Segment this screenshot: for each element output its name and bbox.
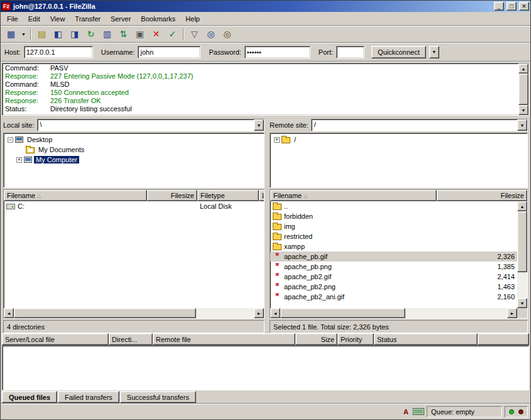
remote-file-row-selected[interactable]: *apache_pb.gif2,326	[270, 251, 517, 262]
column-size[interactable]: Size	[295, 333, 337, 345]
scroll-thumb[interactable]	[280, 308, 405, 318]
scroll-thumb[interactable]	[14, 308, 196, 318]
menu-help[interactable]: Help	[180, 13, 205, 25]
scroll-track[interactable]	[518, 74, 528, 105]
collapse-icon[interactable]: −	[8, 137, 13, 143]
scroll-thumb[interactable]	[517, 211, 527, 272]
toggle-remote-tree-button[interactable]: ◨	[67, 27, 82, 41]
log-scrollbar[interactable]: ▲ ▼	[518, 64, 528, 115]
tree-item-my-documents[interactable]: My Documents	[5, 145, 263, 155]
menu-transfer[interactable]: Transfer	[70, 13, 106, 25]
remote-file-row[interactable]: *apache_pb.png1,385	[270, 262, 517, 272]
tree-label-selected[interactable]: My Computer	[34, 156, 79, 163]
remote-directory-tree[interactable]: + /	[270, 133, 528, 188]
menu-file[interactable]: File	[2, 13, 23, 25]
scroll-up-button[interactable]: ▲	[517, 201, 527, 211]
scroll-track[interactable]	[517, 211, 527, 298]
remote-file-list: Filename△ Filesize .. forbidden img rest…	[270, 189, 528, 319]
tree-item-root[interactable]: + /	[271, 135, 526, 145]
remote-file-row[interactable]: forbidden	[270, 211, 517, 221]
remote-file-row[interactable]: *apache_pb2.png1,463	[270, 282, 517, 292]
local-file-row[interactable]: C: Local Disk	[4, 201, 264, 211]
local-directory-tree[interactable]: − Desktop My Documents + My Computer	[3, 133, 265, 188]
remote-rows: .. forbidden img restricted xampp *apach…	[270, 201, 517, 308]
remote-site-combo[interactable]: / ▼	[311, 119, 528, 131]
remote-file-row[interactable]: *apache_pb2.gif2,414	[270, 272, 517, 282]
queue-body[interactable]	[2, 345, 529, 390]
column-filesize[interactable]: Filesize	[437, 190, 527, 201]
column-last-modified[interactable]: L	[259, 190, 264, 201]
tree-item-desktop[interactable]: − Desktop	[5, 135, 263, 145]
column-label: Filename	[7, 192, 35, 199]
local-horizontal-scrollbar[interactable]: ◄ ►	[4, 308, 264, 318]
remote-file-row[interactable]: xampp	[270, 241, 517, 251]
tree-label[interactable]: My Documents	[36, 146, 86, 153]
column-server-local-file[interactable]: Server/Local file	[2, 333, 109, 345]
quickconnect-button[interactable]: Quickconnect	[371, 46, 426, 58]
remote-horizontal-scrollbar[interactable]: ◄ ►	[270, 308, 527, 318]
tree-label[interactable]: /	[292, 136, 298, 143]
username-input[interactable]	[138, 46, 200, 58]
toggle-queue-button[interactable]: ▥	[99, 27, 115, 41]
scroll-thumb[interactable]	[518, 74, 528, 105]
find-button[interactable]: ◎	[203, 27, 219, 41]
toggle-local-tree-button[interactable]: ◧	[50, 27, 66, 41]
column-remote-file[interactable]: Remote file	[153, 333, 295, 345]
column-filename[interactable]: Filename△	[270, 190, 437, 201]
tree-label[interactable]: Desktop	[25, 136, 54, 143]
remote-file-row[interactable]: restricted	[270, 231, 517, 241]
tab-queued-files[interactable]: Queued files	[2, 391, 57, 403]
disconnect-button[interactable]: ✓	[165, 27, 180, 41]
tab-successful-transfers[interactable]: Successful transfers	[120, 391, 196, 403]
scroll-down-button[interactable]: ▼	[517, 298, 527, 308]
title-bar[interactable]: Fz john@127.0.0.1 - FileZilla _ □ ✕	[1, 1, 530, 12]
process-queue-button[interactable]: ⇅	[116, 27, 131, 41]
port-input[interactable]	[336, 46, 364, 58]
column-filesize[interactable]: Filesize	[147, 190, 197, 201]
menu-bookmarks[interactable]: Bookmarks	[136, 13, 180, 25]
scroll-left-button[interactable]: ◄	[4, 308, 14, 318]
remote-vertical-scrollbar[interactable]: ▲ ▼	[517, 201, 527, 308]
scroll-right-button[interactable]: ►	[254, 308, 264, 318]
image-file-icon: *	[273, 294, 282, 300]
host-input[interactable]	[24, 46, 93, 58]
minimize-button[interactable]: _	[494, 2, 504, 11]
expand-icon[interactable]: +	[16, 157, 22, 163]
scroll-up-button[interactable]: ▲	[518, 64, 528, 74]
column-filetype[interactable]: Filetype	[197, 190, 259, 201]
close-button[interactable]: ✕	[519, 2, 529, 11]
password-input[interactable]	[244, 46, 310, 58]
site-manager-dropdown-button[interactable]: ▼	[19, 27, 28, 41]
menu-view[interactable]: View	[45, 13, 70, 25]
column-direction[interactable]: Directi...	[109, 333, 153, 345]
tab-failed-transfers[interactable]: Failed transfers	[58, 391, 119, 403]
remote-file-row[interactable]: img	[270, 221, 517, 231]
cancel-button[interactable]: ✕	[148, 27, 164, 41]
local-site-combo[interactable]: \ ▼	[37, 119, 265, 131]
column-status[interactable]: Status	[374, 333, 478, 345]
scroll-track[interactable]	[280, 308, 507, 318]
menu-server[interactable]: Server	[106, 13, 136, 25]
scroll-right-button[interactable]: ►	[507, 308, 517, 318]
scroll-track[interactable]	[14, 308, 254, 318]
expand-icon[interactable]: +	[274, 137, 280, 143]
dropdown-icon[interactable]: ▼	[517, 119, 527, 131]
refresh-button[interactable]: ↻	[83, 27, 99, 41]
quickconnect-dropdown-button[interactable]: ▼	[429, 46, 439, 58]
directory-comparison-button[interactable]: ▣	[132, 27, 148, 41]
column-priority[interactable]: Priority	[337, 333, 374, 345]
file-name: ..	[284, 202, 288, 210]
column-filename[interactable]: Filename△	[4, 190, 147, 201]
toggle-message-log-button[interactable]: ▤	[34, 27, 50, 41]
tree-item-my-computer[interactable]: + My Computer	[5, 155, 263, 165]
dropdown-icon[interactable]: ▼	[254, 119, 264, 131]
scroll-left-button[interactable]: ◄	[270, 308, 280, 318]
remote-file-row[interactable]: ..	[270, 201, 517, 211]
menu-edit[interactable]: Edit	[23, 13, 45, 25]
site-manager-button[interactable]: ▦	[3, 27, 19, 41]
search-button[interactable]: ◎	[219, 27, 235, 41]
maximize-button[interactable]: □	[506, 2, 517, 11]
remote-file-row[interactable]: *apache_pb2_ani.gif2,160	[270, 292, 517, 302]
scroll-down-button[interactable]: ▼	[518, 105, 528, 115]
filter-button[interactable]: ▽	[187, 27, 202, 41]
